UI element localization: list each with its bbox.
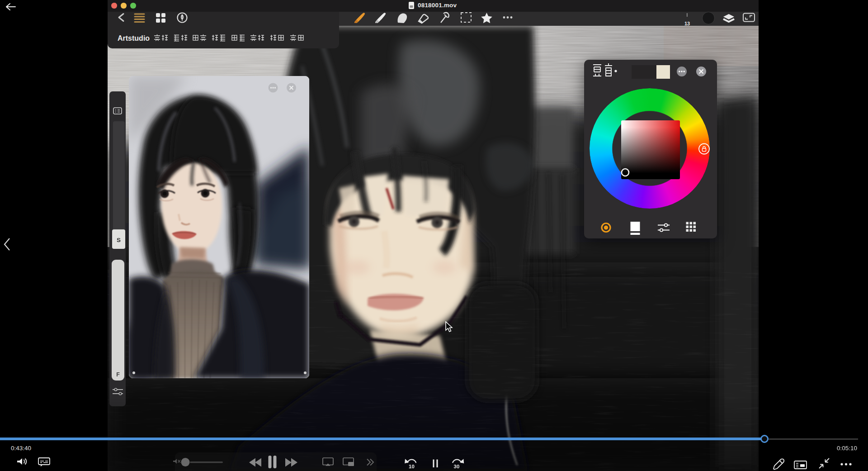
- svg-text:10: 10: [409, 464, 415, 469]
- svg-text:13: 13: [684, 21, 690, 26]
- svg-text:F: F: [116, 371, 120, 378]
- svg-text:S: S: [117, 237, 121, 243]
- svg-text:30: 30: [454, 464, 460, 469]
- svg-text:Artstudio: Artstudio: [118, 34, 150, 42]
